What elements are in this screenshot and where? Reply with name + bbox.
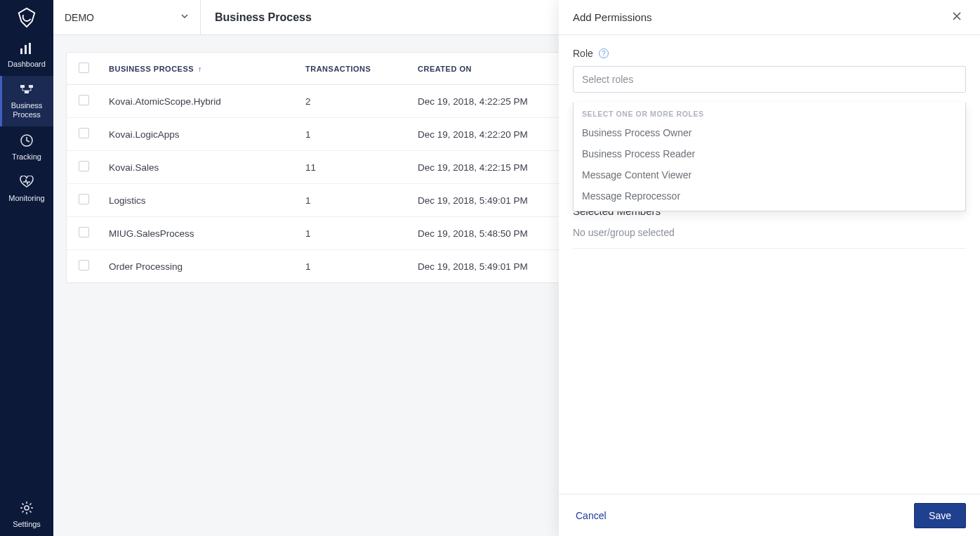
cell-name: Kovai.LogicApps xyxy=(100,118,297,151)
add-permissions-panel: Add Permissions Role ? SELECT ONE OR MOR… xyxy=(559,0,980,536)
sidebar-item-settings[interactable]: Settings xyxy=(0,494,53,536)
col-header-name[interactable]: BUSINESS PROCESS↑ xyxy=(100,53,297,85)
role-option[interactable]: Message Reprocessor xyxy=(574,185,965,207)
no-selection-text: No user/group selected xyxy=(573,227,966,249)
svg-rect-2 xyxy=(29,43,31,54)
panel-footer: Cancel Save xyxy=(559,494,980,536)
cell-name: Kovai.AtomicScope.Hybrid xyxy=(100,85,297,118)
sidebar-item-dashboard[interactable]: Dashboard xyxy=(0,35,53,76)
role-option[interactable]: Business Process Owner xyxy=(574,122,965,143)
row-checkbox[interactable] xyxy=(79,194,89,204)
role-option[interactable]: Message Content Viewer xyxy=(574,164,965,185)
role-field-label: Role ? xyxy=(573,48,966,59)
sort-asc-icon: ↑ xyxy=(198,65,202,73)
logo-icon xyxy=(16,7,37,28)
cell-transactions: 1 xyxy=(297,118,409,151)
row-checkbox[interactable] xyxy=(79,227,89,237)
app-logo xyxy=(0,0,53,35)
col-header-transactions[interactable]: TRANSACTIONS xyxy=(297,53,409,85)
sidebar-item-label: Settings xyxy=(13,520,41,529)
sidebar-item-label: Tracking xyxy=(12,152,41,162)
save-button[interactable]: Save xyxy=(914,503,966,528)
cell-name: Logistics xyxy=(100,184,297,217)
cell-created: Dec 19, 2018, 5:49:01 PM xyxy=(409,250,578,283)
svg-rect-5 xyxy=(25,91,29,93)
cell-created: Dec 19, 2018, 4:22:25 PM xyxy=(409,85,578,118)
close-icon xyxy=(952,11,962,23)
col-header-created[interactable]: CREATED ON xyxy=(409,53,578,85)
tracking-icon xyxy=(20,133,34,150)
workspace-name: DEMO xyxy=(65,12,94,23)
cell-transactions: 1 xyxy=(297,217,409,250)
cell-name: Order Processing xyxy=(100,250,297,283)
cell-name: MIUG.SalesProcess xyxy=(100,217,297,250)
row-checkbox[interactable] xyxy=(79,95,89,105)
chevron-down-icon xyxy=(180,12,189,22)
role-select-input[interactable] xyxy=(573,66,966,93)
sidebar-item-label: Monitoring xyxy=(8,194,44,203)
dashboard-icon xyxy=(20,42,34,57)
process-icon xyxy=(20,83,34,98)
row-checkbox[interactable] xyxy=(79,161,89,171)
svg-point-7 xyxy=(25,506,29,510)
cancel-button[interactable]: Cancel xyxy=(573,503,609,528)
cell-created: Dec 19, 2018, 5:48:50 PM xyxy=(409,217,578,250)
cell-transactions: 2 xyxy=(297,85,409,118)
help-icon[interactable]: ? xyxy=(599,48,609,58)
svg-rect-0 xyxy=(20,48,22,54)
row-checkbox[interactable] xyxy=(79,260,89,270)
panel-body: Role ? SELECT ONE OR MORE ROLES Business… xyxy=(559,35,980,494)
panel-header: Add Permissions xyxy=(559,0,980,35)
cell-transactions: 1 xyxy=(297,250,409,283)
role-dropdown: SELECT ONE OR MORE ROLES Business Proces… xyxy=(573,103,966,211)
select-all-checkbox[interactable] xyxy=(79,63,89,73)
panel-title: Add Permissions xyxy=(573,11,652,23)
svg-rect-1 xyxy=(25,45,27,54)
role-option[interactable]: Business Process Reader xyxy=(574,143,965,164)
svg-rect-4 xyxy=(29,85,33,88)
cell-transactions: 11 xyxy=(297,151,409,184)
sidebar-item-label: Business Process xyxy=(3,101,51,119)
dropdown-header: SELECT ONE OR MORE ROLES xyxy=(574,103,965,122)
cell-name: Kovai.Sales xyxy=(100,151,297,184)
left-sidebar: Dashboard Business Process Tracking Moni… xyxy=(0,0,53,536)
cell-transactions: 1 xyxy=(297,184,409,217)
cell-created: Dec 19, 2018, 4:22:20 PM xyxy=(409,118,578,151)
sidebar-item-monitoring[interactable]: Monitoring xyxy=(0,169,53,209)
gear-icon xyxy=(20,501,34,517)
row-checkbox[interactable] xyxy=(79,128,89,138)
sidebar-item-business-process[interactable]: Business Process xyxy=(0,76,53,126)
cell-created: Dec 19, 2018, 5:49:01 PM xyxy=(409,184,578,217)
close-button[interactable] xyxy=(948,7,966,28)
monitoring-icon xyxy=(20,176,34,190)
sidebar-item-tracking[interactable]: Tracking xyxy=(0,126,53,169)
workspace-selector[interactable]: DEMO xyxy=(53,0,201,34)
sidebar-item-label: Dashboard xyxy=(8,60,46,69)
svg-rect-3 xyxy=(20,85,25,88)
page-title: Business Process xyxy=(201,0,326,34)
cell-created: Dec 19, 2018, 4:22:15 PM xyxy=(409,151,578,184)
